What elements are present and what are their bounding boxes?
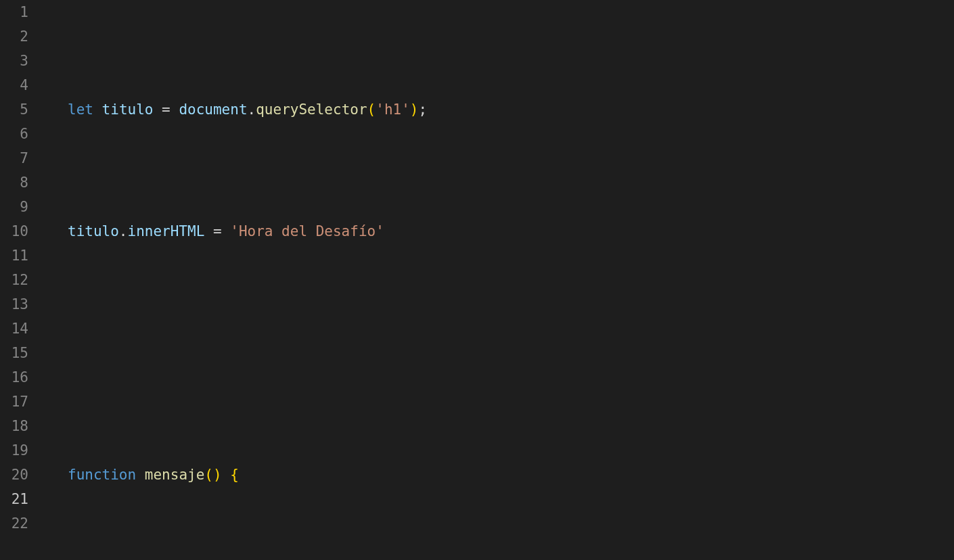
function-call: querySelector [256,101,367,118]
operator: = [153,101,179,118]
semicolon: ; [418,101,427,118]
code-line[interactable]: titulo.innerHTML = 'Hora del Desafío' [47,219,954,243]
line-number: 22 [0,511,28,536]
line-number: 16 [0,365,28,390]
line-number: 11 [0,243,28,268]
string-literal: 'Hora del Desafío' [230,223,384,239]
identifier: titulo [68,223,119,239]
line-number: 14 [0,317,28,341]
line-number: 6 [0,122,28,146]
line-number: 12 [0,268,28,292]
line-number: 7 [0,146,28,170]
line-number: 8 [0,170,28,195]
line-number: 18 [0,414,28,438]
paren-open: ( [204,467,213,483]
paren-close: ) [213,467,222,483]
line-number-gutter: 12345678910111213141516171819202122 [0,0,47,560]
line-number: 3 [0,49,28,73]
code-line[interactable]: function mensaje() { [47,463,954,487]
code-line[interactable] [47,341,954,365]
line-number: 5 [0,97,28,122]
line-number: 10 [0,219,28,243]
line-number: 15 [0,341,28,365]
line-number: 4 [0,73,28,97]
brace-open: { [222,467,239,483]
keyword-let: let [68,101,93,118]
code-editor[interactable]: 12345678910111213141516171819202122 let … [0,0,954,560]
line-number: 17 [0,390,28,414]
string-literal: 'h1' [376,101,410,118]
paren-close: ) [410,101,419,118]
line-number: 21 [0,487,28,511]
line-number: 2 [0,24,28,49]
property: innerHTML [128,223,205,239]
line-number: 19 [0,438,28,463]
identifier: document [179,101,247,118]
dot: . [119,223,128,239]
line-number: 9 [0,195,28,219]
line-number: 1 [0,0,28,24]
code-area[interactable]: let titulo = document.querySelector('h1'… [47,0,954,560]
line-number: 20 [0,463,28,487]
dot: . [248,101,256,118]
line-number: 13 [0,292,28,317]
keyword-function: function [68,467,136,483]
operator: = [204,223,230,239]
paren-open: ( [367,101,376,118]
identifier: titulo [102,101,154,118]
code-line[interactable]: let titulo = document.querySelector('h1'… [47,97,954,122]
function-name: mensaje [145,467,205,483]
